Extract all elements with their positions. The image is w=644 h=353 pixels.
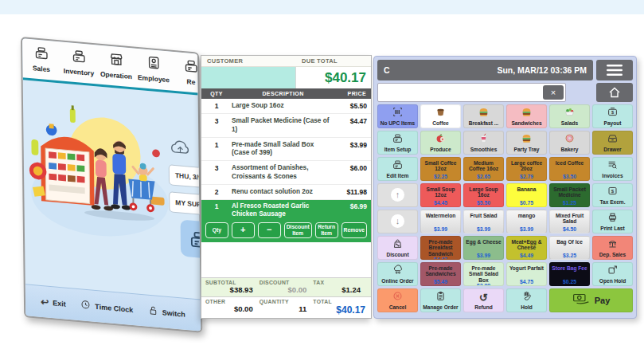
grid-category-coffee-button[interactable]: Coffee <box>420 104 461 128</box>
grid-item-large-coffee[interactable]: Large coffee 20oz$2.79 <box>506 157 547 181</box>
search-input[interactable] <box>378 84 541 101</box>
clipboard-icon <box>435 291 446 304</box>
grid-hold-button[interactable]: Hold <box>506 288 547 312</box>
grid-item-premade-sandwiches[interactable]: Pre-made Sandwiches$5.49 <box>420 262 461 286</box>
tab-inventory[interactable]: Inventory <box>60 41 98 84</box>
grid-tax-exempt-button[interactable]: $Tax Exem. <box>592 183 633 207</box>
cloud-sync-icon[interactable] <box>170 139 190 159</box>
grid-category-salads-button[interactable]: Salads <box>549 104 590 128</box>
grid-item-egg-cheese[interactable]: Egg & Cheese$3.99 <box>463 236 504 260</box>
cart-row[interactable]: 2Renu contact solution 2oz$11.98 <box>201 185 371 200</box>
cart-row[interactable]: 3Small Packet Medicine (Case of 1)$4.47 <box>201 114 371 138</box>
grid-discount-button[interactable]: Discount <box>377 236 418 260</box>
increase-qty-button[interactable]: + <box>232 222 255 238</box>
register-icon <box>392 133 403 146</box>
qty-button[interactable]: Qty <box>205 222 228 238</box>
clear-search-icon[interactable]: × <box>543 85 564 100</box>
grid-item-store-bag-fee[interactable]: Store Bag Fee$0.25 <box>549 262 590 286</box>
tab-label: Employee <box>138 73 170 84</box>
grid-item-banana[interactable]: Banana$0.75 <box>506 183 547 207</box>
grid-invoices-button[interactable]: Invoices <box>592 157 633 181</box>
footer-time-clock-button[interactable]: Time Clock <box>80 299 133 316</box>
badge-icon <box>146 55 161 74</box>
grid-item-small-packet-medicine[interactable]: Small Packet Medicine$1.25 <box>549 183 590 207</box>
remove-item-button[interactable]: Remove <box>342 222 367 238</box>
grid-item-small-soup[interactable]: Small Soup 12oz$4.45 <box>420 183 461 207</box>
grid-category-produce-button[interactable]: Produce <box>420 131 461 155</box>
grid-item-premade-breakfast-sandwich[interactable]: Pre-made Breakfast Sandwich$4.47 <box>420 236 461 260</box>
grid-refund-button[interactable]: ↺Refund <box>463 288 504 312</box>
grid-category-smoothies-button[interactable]: Smoothies <box>463 131 504 155</box>
grid-edit-item-button[interactable]: Edit Item <box>377 157 418 181</box>
total-value: $40.17 <box>313 304 367 316</box>
discountbag-icon <box>392 238 403 251</box>
register-icon <box>184 58 198 77</box>
cart-row[interactable]: 1Large Soup 16oz$5.50 <box>201 99 371 114</box>
grid-item-mango[interactable]: mango$3.99 <box>506 210 547 233</box>
grid-category-bakery-button[interactable]: Bakery <box>549 131 590 155</box>
grid-cell-label: Dep. Sales <box>599 252 626 257</box>
grid-open-hold-button[interactable]: Open Hold <box>592 262 633 286</box>
footer-exit-button[interactable]: ↩Exit <box>41 296 66 309</box>
grid-item-large-soup[interactable]: Large Soup 16oz$5.50 <box>463 183 504 207</box>
grid-scroll-down-button[interactable]: ↓ <box>377 210 418 233</box>
menu-button[interactable] <box>596 60 633 80</box>
discount-item-button[interactable]: Discount Item <box>284 222 312 238</box>
tax-value: $1.24 <box>313 285 367 294</box>
home-button[interactable] <box>596 83 633 102</box>
grid-cancel-button[interactable]: Cancel <box>377 288 418 312</box>
grid-item-fruit-salad[interactable]: Fruit Salad$3.99 <box>463 210 504 233</box>
footer-switch-button[interactable]: Switch <box>148 305 185 320</box>
grid-cell-price: $3.99 <box>520 226 533 232</box>
decrease-qty-button[interactable]: − <box>258 222 281 238</box>
register-shortcut-button[interactable] <box>181 219 203 259</box>
grid-cell-label: Large coffee 20oz <box>509 160 544 172</box>
cart-row-qty: 1 <box>201 141 232 158</box>
tab-re[interactable]: Re <box>172 52 202 94</box>
grid-scroll-up-button[interactable]: ↑ <box>377 183 418 207</box>
grid-item-mixed-fruit-salad[interactable]: Mixed Fruit Salad$4.50 <box>549 210 590 233</box>
grid-category-party-tray-button[interactable]: Party Tray <box>506 131 547 155</box>
grid-manage-order-button[interactable]: Manage Order <box>420 288 461 312</box>
grid-item-premade-small-salad-box[interactable]: Pre-made Small Salad Box$2.99 <box>463 262 504 286</box>
register-icon <box>392 159 403 172</box>
grid-print-last-button[interactable]: Print Last <box>592 210 633 233</box>
grid-cell-price: $3.99 <box>477 253 490 258</box>
grid-category-breakfast-button[interactable]: Breakfast ... <box>463 104 504 128</box>
selected-cart-item[interactable]: 1 Al Fresco Roasted Garlic Chicken Sausa… <box>201 200 371 242</box>
subtotal-value: $38.93 <box>205 285 260 294</box>
customer-field[interactable] <box>201 67 296 88</box>
register-label: C <box>384 65 497 75</box>
price-column-header: PRICE <box>334 91 371 96</box>
grid-pay-button[interactable]: Pay <box>549 288 633 312</box>
grid-cell-label: Bakery <box>561 147 579 152</box>
tab-employee[interactable]: Employee <box>135 49 173 91</box>
return-item-button[interactable]: Return Item <box>315 222 338 238</box>
cart-row-qty: 3 <box>201 164 232 181</box>
grid-item-small-coffee[interactable]: Small Coffee 12oz$2.25 <box>420 157 461 181</box>
grid-item-bag-of-ice[interactable]: Bag Of Ice$3.25 <box>549 236 590 260</box>
grid-item-watermelon[interactable]: Watermelon$3.99 <box>420 210 461 233</box>
grid-dept-sales-button[interactable]: Dep. Sales <box>592 236 633 260</box>
selected-item-qty: 1 <box>201 202 232 219</box>
cart-row-description: Small Packet Medicine (Case of 1) <box>232 117 334 134</box>
grid-item-setup-button[interactable]: Item Setup <box>377 131 418 155</box>
donut-icon <box>564 133 575 146</box>
grid-item-meat-egg-cheese[interactable]: Meat+Egg & Cheese$4.49 <box>506 236 547 260</box>
grid-item-yogurt-parfait[interactable]: Yogurt Parfait$4.75 <box>506 262 547 286</box>
cart-row[interactable]: 3Assortment of Danishes, Croissants & Sc… <box>201 161 371 185</box>
grid-payout-button[interactable]: $Payout <box>592 104 633 128</box>
grid-category-sandwiches-button[interactable]: Sandwiches <box>506 104 547 128</box>
cart-row-description: Assortment of Danishes, Croissants & Sco… <box>232 164 334 181</box>
tab-operation[interactable]: Operation <box>97 45 135 87</box>
tab-sales[interactable]: Sales <box>22 38 60 80</box>
cart-row[interactable]: 1Pre-made Small Salad Box (Case of 399)$… <box>201 138 371 162</box>
print-icon <box>607 212 618 225</box>
grid-item-medium-coffee[interactable]: Medium Coffee 16oz$2.65 <box>463 157 504 181</box>
grid-online-order-button[interactable]: Online Order <box>377 262 418 286</box>
grid-cell-price: $4.50 <box>563 226 576 232</box>
grid-item-iced-coffee[interactable]: Iced Coffee$3.50 <box>549 157 590 181</box>
grid-cell-label: Discount <box>386 252 408 257</box>
grid-drawer-button[interactable]: Drawer <box>592 131 633 155</box>
grid-no-upc-items-button[interactable]: No UPC Items <box>377 104 418 128</box>
